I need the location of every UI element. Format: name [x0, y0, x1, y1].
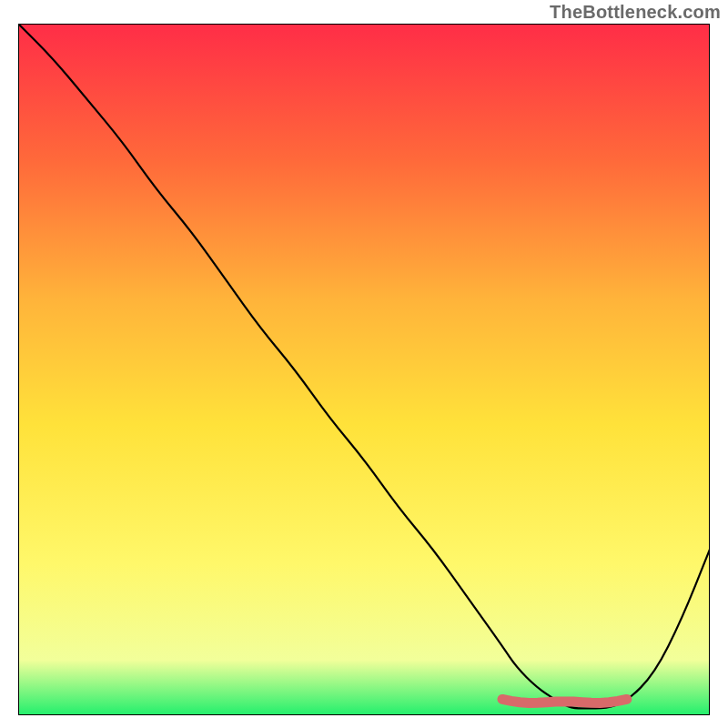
- plot-area: [18, 24, 710, 715]
- optimal-marker: [502, 699, 627, 703]
- bottleneck-chart: [18, 24, 710, 715]
- gradient-background: [18, 24, 710, 715]
- chart-stage: TheBottleneck.com: [0, 0, 728, 728]
- watermark-label: TheBottleneck.com: [550, 2, 721, 23]
